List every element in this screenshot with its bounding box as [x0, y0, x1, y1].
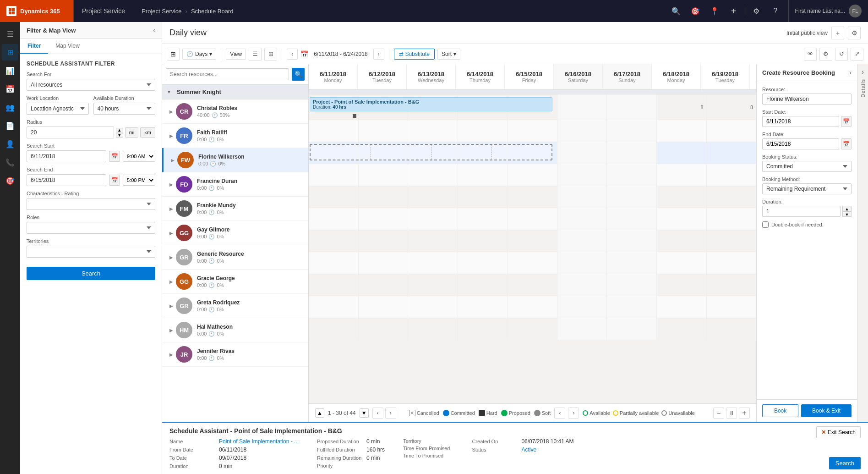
cell-faith-tue2[interactable]	[707, 120, 757, 142]
cell-florine-mon[interactable]	[309, 142, 359, 164]
territories-select[interactable]	[27, 246, 155, 258]
cell-hal-sat[interactable]	[557, 296, 607, 318]
search-start-calendar-btn[interactable]: 📅	[109, 151, 120, 162]
cell-gracie-thu[interactable]	[458, 252, 508, 274]
page-expand-up[interactable]: ▲	[315, 408, 324, 418]
book-button[interactable]: Book	[762, 404, 798, 417]
cell-faith-tue[interactable]	[359, 120, 409, 142]
cell-frankie-sat[interactable]	[557, 186, 607, 208]
add-icon-btn[interactable]: +	[726, 3, 742, 19]
cbp-resource-input[interactable]	[762, 94, 852, 105]
details-strip[interactable]: › Details	[857, 64, 868, 422]
exit-search-button[interactable]: ✕ Exit Search	[816, 426, 861, 438]
radius-down[interactable]: ▼	[116, 133, 123, 138]
cell-greta-sun[interactable]	[607, 274, 657, 296]
sa-status-link[interactable]: Active	[521, 446, 536, 453]
search-for-select[interactable]: All resources	[27, 79, 155, 91]
filter-search-button[interactable]: Search	[27, 267, 155, 280]
cell-francine-mon[interactable]	[309, 164, 359, 186]
cell-gay-sun[interactable]	[607, 208, 657, 230]
cell-hal-fri[interactable]	[508, 296, 557, 318]
cell-francine-tue[interactable]	[359, 164, 409, 186]
cell-hal-thu[interactable]	[458, 296, 508, 318]
radius-input[interactable]	[27, 127, 114, 138]
cbp-duration-input[interactable]	[762, 206, 841, 217]
cell-hal-tue[interactable]	[359, 296, 409, 318]
resource-item-hal-matheson[interactable]: ▶ HM Hal Matheson 0:00 🕐 0%	[162, 318, 308, 342]
cell-faith-mon2[interactable]	[657, 120, 707, 142]
view-mode-icon[interactable]: 👁	[804, 48, 817, 61]
zoom-out-btn[interactable]: −	[713, 408, 724, 419]
cell-greta-mon2[interactable]	[657, 274, 707, 296]
event-pos-impl[interactable]: Project - Point of Sale Implementation -…	[310, 97, 552, 111]
cell-hal-tue2[interactable]	[707, 296, 757, 318]
cell-gay-sat[interactable]	[557, 208, 607, 230]
cell-gracie-sat[interactable]	[557, 252, 607, 274]
expand-toggle-btn[interactable]: ⊞	[168, 49, 178, 59]
days-dropdown-btn[interactable]: 🕐 Days ▾	[182, 49, 216, 60]
resource-item-faith-ratliff[interactable]: ▶ FR Faith Ratliff 0:00 🕐 0%	[162, 124, 308, 148]
cell-francine-fri[interactable]	[508, 164, 557, 186]
resource-expand-florine[interactable]: ▶	[168, 152, 177, 168]
cbp-start-date-cal-btn[interactable]: 📅	[841, 116, 852, 127]
cell-gracie-mon[interactable]	[309, 252, 359, 274]
resource-item-greta-rodriquez[interactable]: ▶ GR Greta Rodriquez 0:00 🕐 0%	[162, 294, 308, 318]
sidebar-menu-icon[interactable]: ☰	[2, 26, 18, 42]
cell-jennifer-sat[interactable]	[557, 318, 607, 340]
sidebar-home-icon[interactable]: ⊞	[2, 44, 18, 61]
user-profile[interactable]: First name Last na... FL	[788, 0, 868, 22]
cell-gracie-wed[interactable]	[408, 252, 458, 274]
cell-francine-sun[interactable]	[607, 164, 657, 186]
cell-hal-wed[interactable]	[408, 296, 458, 318]
radius-stepper[interactable]: ▲ ▼	[116, 128, 123, 138]
cell-christal-tue2[interactable]: 8	[707, 94, 757, 120]
resource-search-input[interactable]	[166, 68, 289, 80]
bookmark-icon-btn[interactable]: 📍	[706, 3, 723, 19]
sidebar-target-icon[interactable]: 🎯	[2, 172, 18, 189]
sidebar-people-icon[interactable]: 👥	[2, 99, 18, 116]
cell-francine-mon2[interactable]	[657, 164, 707, 186]
cell-jennifer-tue2[interactable]	[707, 318, 757, 340]
cell-faith-mon[interactable]	[309, 120, 359, 142]
cell-greta-tue[interactable]	[359, 274, 409, 296]
search-end-date-input[interactable]	[27, 174, 106, 186]
cell-jennifer-tue[interactable]	[359, 318, 409, 340]
filter-collapse-icon[interactable]: ‹	[153, 27, 155, 34]
cell-gay-wed[interactable]	[408, 208, 458, 230]
cell-jennifer-thu[interactable]	[458, 318, 508, 340]
cell-hal-sun[interactable]	[607, 296, 657, 318]
cell-jennifer-wed[interactable]	[408, 318, 458, 340]
resource-item-frankie-mundy[interactable]: ▶ FM Frankie Mundy 0:00 🕐 0%	[162, 197, 308, 221]
cell-francine-thu[interactable]	[458, 164, 508, 186]
cell-gracie-tue2[interactable]	[707, 252, 757, 274]
cell-greta-wed[interactable]	[408, 274, 458, 296]
cbp-end-date-cal-btn[interactable]: 📅	[841, 138, 852, 149]
cell-greta-thu[interactable]	[458, 274, 508, 296]
work-location-select[interactable]: Location Agnostic	[27, 103, 89, 115]
cell-florine-sun[interactable]	[607, 142, 657, 164]
cell-francine-sat[interactable]	[557, 164, 607, 186]
search-end-calendar-btn[interactable]: 📅	[109, 175, 120, 186]
cbp-start-date-input[interactable]	[762, 116, 839, 127]
cell-generic-tue2[interactable]	[707, 230, 757, 252]
cell-frankie-fri[interactable]	[508, 186, 557, 208]
page-next-btn[interactable]: ›	[385, 408, 396, 419]
breadcrumb-item-1[interactable]: Project Service	[142, 8, 181, 15]
date-next-btn[interactable]: ›	[373, 49, 384, 60]
avail-next-btn[interactable]: ›	[568, 408, 579, 419]
sidebar-chart-icon[interactable]: 📊	[2, 62, 18, 79]
cell-faith-sat[interactable]	[557, 120, 607, 142]
sidebar-person-icon[interactable]: 👤	[2, 136, 18, 152]
fullscreen-icon-btn[interactable]: ⤢	[851, 48, 863, 61]
cell-gay-tue[interactable]	[359, 208, 409, 230]
cell-frankie-mon2[interactable]	[657, 186, 707, 208]
resource-expand-gay[interactable]: ▶	[167, 225, 176, 241]
search-icon-btn[interactable]: 🔍	[668, 3, 684, 19]
cell-jennifer-fri[interactable]	[508, 318, 557, 340]
radius-km-btn[interactable]: km	[140, 127, 155, 138]
tab-filter[interactable]: Filter	[20, 39, 48, 54]
sort-btn[interactable]: Sort ▾	[437, 49, 460, 60]
double-book-checkbox[interactable]	[762, 221, 769, 228]
duration-down-btn[interactable]: ▼	[842, 211, 852, 217]
page-prev-btn[interactable]: ‹	[372, 408, 383, 419]
